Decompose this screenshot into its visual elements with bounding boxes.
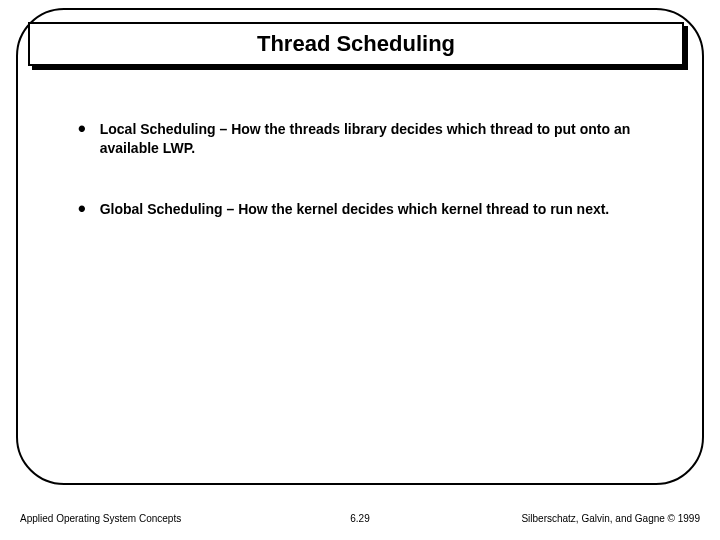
bullet-text: Global Scheduling – How the kernel decid…	[100, 200, 610, 219]
footer-right: Silberschatz, Galvin, and Gagne © 1999	[521, 513, 700, 524]
bullet-dot-icon: •	[78, 122, 86, 136]
title-box: Thread Scheduling	[28, 22, 684, 66]
slide: Thread Scheduling • Local Scheduling – H…	[0, 0, 720, 540]
slide-footer: Applied Operating System Concepts 6.29 S…	[20, 513, 700, 524]
bullet-text: Local Scheduling – How the threads libra…	[100, 120, 660, 158]
footer-left: Applied Operating System Concepts	[20, 513, 181, 524]
bullet-dot-icon: •	[78, 202, 86, 216]
slide-title: Thread Scheduling	[257, 31, 455, 57]
slide-content: • Local Scheduling – How the threads lib…	[78, 120, 660, 261]
bullet-item: • Global Scheduling – How the kernel dec…	[78, 200, 660, 219]
bullet-item: • Local Scheduling – How the threads lib…	[78, 120, 660, 158]
